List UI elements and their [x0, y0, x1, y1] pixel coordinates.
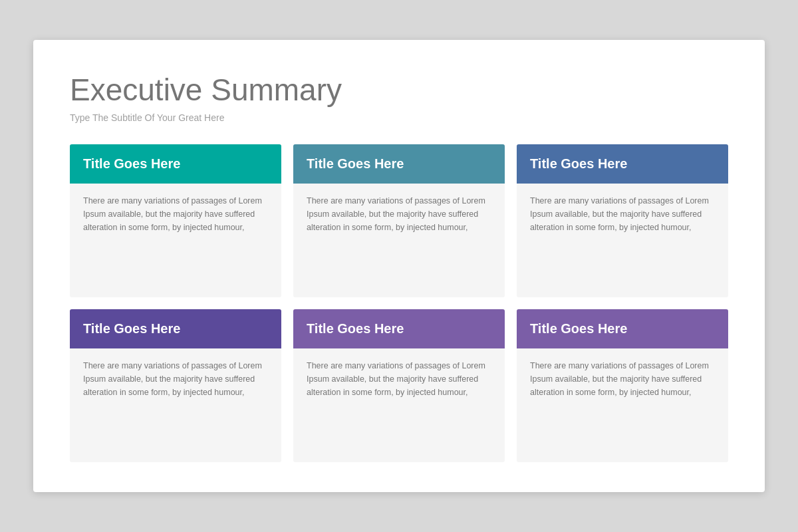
card-6-header: Title Goes Here — [517, 309, 728, 348]
card-5-header: Title Goes Here — [293, 309, 505, 348]
slide: Executive Summary Type The Subtitle Of Y… — [33, 40, 765, 492]
card-4-body: There are many variations of passages of… — [70, 348, 281, 462]
card-6-title: Title Goes Here — [530, 321, 627, 336]
card-6-body: There are many variations of passages of… — [517, 348, 728, 462]
card-5-title: Title Goes Here — [307, 321, 404, 336]
slide-subtitle: Type The Subtitle Of Your Great Here — [70, 112, 728, 123]
card-4-title: Title Goes Here — [83, 321, 180, 336]
card-1-body: There are many variations of passages of… — [70, 184, 281, 297]
card-5-body: There are many variations of passages of… — [293, 348, 505, 462]
card-5-body-text: There are many variations of passages of… — [307, 359, 491, 399]
card-2-title: Title Goes Here — [307, 156, 404, 171]
card-2-body-text: There are many variations of passages of… — [307, 194, 491, 234]
card-4: Title Goes HereThere are many variations… — [70, 309, 281, 462]
cards-grid: Title Goes HereThere are many variations… — [70, 144, 728, 462]
card-3-body: There are many variations of passages of… — [517, 184, 728, 297]
card-3-header: Title Goes Here — [517, 144, 728, 184]
slide-title: Executive Summary — [70, 73, 728, 107]
slide-header: Executive Summary Type The Subtitle Of Y… — [70, 73, 728, 123]
card-1-header: Title Goes Here — [70, 144, 281, 184]
card-4-header: Title Goes Here — [70, 309, 281, 348]
card-3-title: Title Goes Here — [530, 156, 627, 171]
card-6: Title Goes HereThere are many variations… — [517, 309, 728, 462]
card-2-header: Title Goes Here — [293, 144, 505, 184]
card-1-body-text: There are many variations of passages of… — [83, 194, 268, 234]
card-3-body-text: There are many variations of passages of… — [530, 194, 715, 234]
card-4-body-text: There are many variations of passages of… — [83, 359, 268, 399]
card-2-body: There are many variations of passages of… — [293, 184, 505, 297]
card-6-body-text: There are many variations of passages of… — [530, 359, 715, 399]
card-5: Title Goes HereThere are many variations… — [293, 309, 505, 462]
card-3: Title Goes HereThere are many variations… — [517, 144, 728, 297]
card-2: Title Goes HereThere are many variations… — [293, 144, 505, 297]
card-1-title: Title Goes Here — [83, 156, 180, 171]
card-1: Title Goes HereThere are many variations… — [70, 144, 281, 297]
